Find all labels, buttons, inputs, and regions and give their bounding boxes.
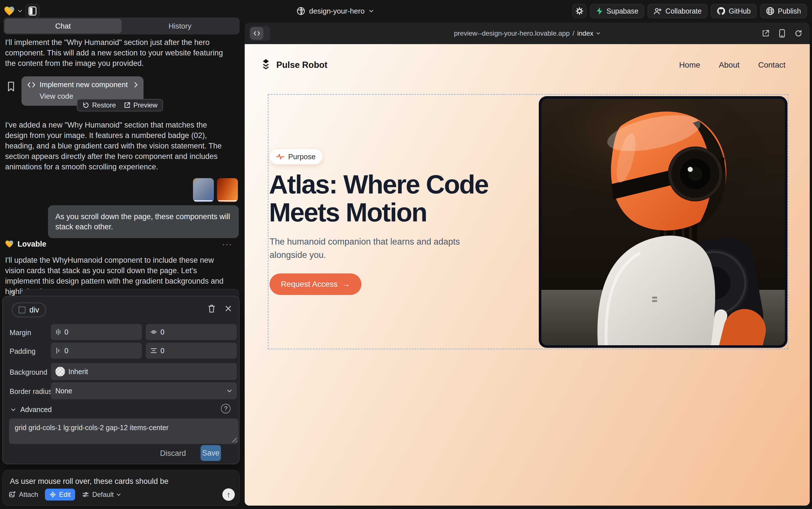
attach-button[interactable]: Attach: [9, 490, 38, 499]
chevron-down-icon: [227, 389, 232, 393]
advanced-toggle[interactable]: Advanced: [11, 406, 52, 414]
edit-mode-button[interactable]: Edit: [45, 489, 75, 501]
border-radius-select[interactable]: None: [51, 382, 237, 399]
assistant-message-1: I'll implement the "Why Humanoid" sectio…: [5, 37, 231, 69]
nav-home[interactable]: Home: [679, 61, 700, 70]
selected-element-chip[interactable]: div: [12, 303, 46, 317]
chevron-down-icon: [596, 32, 600, 35]
preview-pane: preview--design-your-hero.lovable.app / …: [245, 23, 810, 506]
element-inspector-panel: div Margin Padding Background Inherit Bo…: [2, 296, 239, 464]
trash-icon[interactable]: [208, 304, 215, 313]
user-message-bubble: As you scroll down the page, these compo…: [48, 205, 239, 238]
site-nav: Home About Contact: [679, 61, 785, 70]
padding-x-icon: [56, 347, 61, 354]
hero-image-card: [539, 96, 787, 348]
refresh-button[interactable]: [795, 29, 802, 37]
nav-about[interactable]: About: [719, 61, 739, 70]
publish-button[interactable]: Publish: [760, 4, 807, 18]
attachment-thumbnail-orange[interactable]: [217, 178, 238, 202]
chevron-down-icon: [369, 9, 374, 13]
advanced-classes-area: grid grid-cols-1 lg:grid-cols-2 gap-12 i…: [9, 418, 238, 444]
hero-subtext: The humanoid companion that learns and a…: [269, 235, 479, 262]
element-tag: div: [29, 306, 39, 314]
transparency-swatch-icon: [56, 367, 65, 376]
collaborate-icon: [654, 7, 662, 15]
sliders-icon: [82, 491, 89, 498]
composer-input[interactable]: As user mouse roll over, these cards sho…: [10, 477, 230, 486]
padding-label: Padding: [10, 347, 36, 355]
margin-horizontal-field[interactable]: [51, 324, 142, 340]
chat-history-tabs: Chat History: [3, 18, 239, 34]
publish-globe-icon: [766, 7, 774, 15]
background-field[interactable]: Inherit: [51, 363, 237, 380]
chevron-down-icon: [116, 493, 121, 496]
settings-button[interactable]: [573, 4, 587, 18]
border-radius-label: Border radius: [10, 387, 52, 396]
discard-button[interactable]: Discard: [160, 449, 186, 458]
dashed-box-icon: [19, 307, 26, 313]
chevron-down-icon[interactable]: [17, 9, 23, 13]
sidebar-toggle-button[interactable]: [26, 4, 40, 18]
padding-vertical-field[interactable]: [146, 343, 237, 359]
open-external-button[interactable]: [762, 29, 770, 37]
border-radius-value: None: [56, 387, 72, 395]
dots-menu-icon[interactable]: ···: [222, 239, 232, 249]
chevron-right-icon: [134, 82, 138, 88]
bookmark-icon: [10, 291, 14, 295]
stack-logo-icon: [260, 59, 272, 72]
restore-button[interactable]: Restore: [82, 101, 116, 109]
request-access-button[interactable]: Request Access →: [269, 273, 361, 295]
preview-toolbar: preview--design-your-hero.lovable.app / …: [245, 23, 810, 44]
help-icon[interactable]: ?: [221, 404, 230, 413]
padding-y-icon: [150, 348, 157, 353]
selected-element-outline: Purpose Atlas: Where Code Meets Motion T…: [268, 94, 788, 349]
restore-preview-bar: Restore Preview: [77, 99, 163, 111]
agent-header: Lovable ···: [5, 239, 237, 249]
padding-horizontal-input: [65, 347, 137, 355]
attachment-thumbnail-blue[interactable]: [193, 178, 214, 202]
project-switcher[interactable]: design-your-hero: [297, 0, 374, 22]
margin-y-icon: [150, 329, 157, 335]
tab-chat[interactable]: Chat: [4, 19, 121, 33]
supabase-icon: [596, 7, 603, 15]
advanced-classes-input[interactable]: grid grid-cols-1 lg:grid-cols-2 gap-12 i…: [9, 418, 238, 444]
send-button[interactable]: ↑: [222, 488, 235, 501]
send-arrow-icon: ↑: [227, 490, 230, 499]
nav-contact[interactable]: Contact: [758, 61, 786, 70]
chevron-down-icon: [11, 408, 16, 411]
collaborate-button[interactable]: Collaborate: [648, 4, 707, 18]
preview-button[interactable]: Preview: [124, 101, 157, 109]
site-header: Pulse Robot Home About Contact: [260, 54, 785, 76]
margin-vertical-field[interactable]: [146, 324, 237, 340]
restore-icon: [82, 102, 89, 109]
chat-composer[interactable]: As user mouse roll over, these cards sho…: [2, 470, 239, 506]
tab-history[interactable]: History: [121, 19, 238, 33]
mode-selector[interactable]: Default: [82, 490, 121, 499]
padding-horizontal-field[interactable]: [51, 343, 142, 359]
site-brand[interactable]: Pulse Robot: [260, 59, 327, 72]
pulse-icon: [276, 153, 284, 160]
github-button[interactable]: GitHub: [711, 4, 756, 18]
gear-icon: [575, 7, 584, 15]
margin-horizontal-input: [65, 328, 137, 336]
tool-card-title: Implement new component: [40, 80, 128, 89]
preview-url-bar[interactable]: preview--design-your-hero.lovable.app / …: [245, 23, 810, 44]
heart-icon: [5, 240, 13, 248]
lovable-heart-icon[interactable]: [4, 6, 15, 16]
assistant-message-2: I've added a new "Why Humanoid" section …: [5, 120, 231, 172]
margin-x-icon: [56, 329, 61, 335]
close-icon[interactable]: [225, 305, 232, 312]
robot-image: [541, 99, 785, 345]
code-icon: [27, 82, 36, 88]
save-button[interactable]: Save: [200, 445, 221, 461]
project-name: design-your-hero: [309, 7, 365, 15]
mobile-view-button[interactable]: [779, 29, 785, 38]
supabase-button[interactable]: Supabase: [590, 4, 644, 18]
background-label: Background: [10, 368, 47, 376]
edit-target-icon: [49, 491, 56, 498]
background-value: Inherit: [68, 368, 88, 376]
site-preview: Pulse Robot Home About Contact Purpose A…: [245, 44, 810, 506]
hero-heading: Atlas: Where Code Meets Motion: [269, 171, 488, 227]
padding-vertical-input: [160, 347, 232, 355]
bookmark-icon[interactable]: [7, 81, 15, 92]
